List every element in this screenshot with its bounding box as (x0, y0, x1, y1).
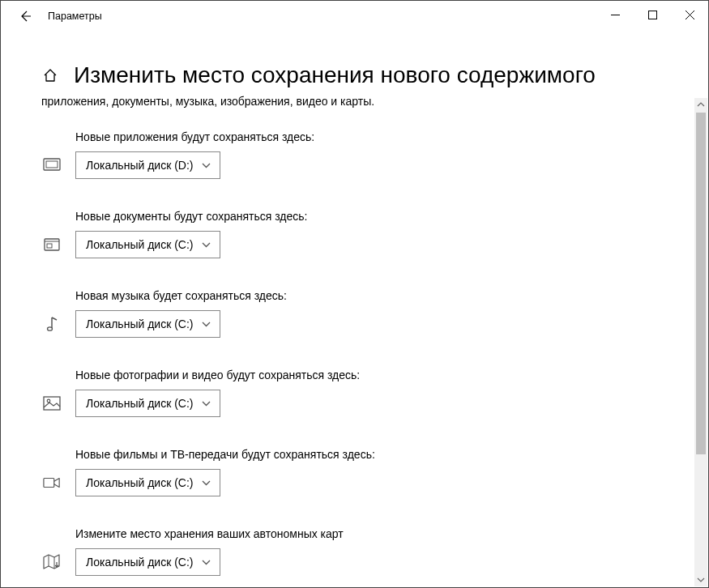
apps-location-dropdown[interactable]: Локальный диск (D:) (75, 151, 220, 179)
svg-rect-6 (44, 397, 60, 410)
setting-photos: Новые фотографии и видео будут сохранять… (43, 369, 708, 417)
home-button[interactable] (41, 66, 59, 84)
app-icon (43, 156, 61, 174)
close-button[interactable] (671, 1, 708, 28)
close-icon (686, 11, 694, 19)
back-button[interactable] (7, 1, 43, 32)
dropdown-value: Локальный диск (C:) (86, 238, 194, 251)
chevron-down-icon (202, 557, 211, 567)
map-icon (43, 553, 61, 571)
svg-rect-0 (648, 11, 656, 19)
setting-music: Новая музыка будет сохраняться здесь: Ло… (43, 289, 708, 338)
svg-point-5 (48, 327, 53, 330)
music-icon (43, 315, 61, 333)
scrollbar-down-icon[interactable] (694, 573, 707, 586)
page-header: Изменить место сохранения нового содержи… (1, 32, 708, 92)
dropdown-value: Локальный диск (C:) (86, 317, 194, 330)
setting-label: Новые приложения будут сохраняться здесь… (75, 130, 708, 143)
scrollbar-thumb[interactable] (696, 113, 706, 454)
svg-rect-4 (47, 244, 52, 248)
page-subtitle: приложения, документы, музыка, изображен… (1, 92, 708, 108)
maximize-icon (648, 11, 657, 19)
chevron-down-icon (202, 398, 211, 408)
maps-location-dropdown[interactable]: Локальный диск (C:) (75, 548, 220, 576)
document-icon (43, 236, 61, 254)
chevron-down-icon (202, 319, 211, 329)
dropdown-value: Локальный диск (C:) (86, 476, 194, 489)
setting-maps: Измените место хранения ваших автономных… (43, 527, 708, 576)
settings-list: Новые приложения будут сохраняться здесь… (1, 108, 708, 576)
chevron-down-icon (202, 160, 211, 170)
chevron-down-icon (202, 240, 211, 249)
photos-location-dropdown[interactable]: Локальный диск (C:) (75, 390, 220, 417)
svg-rect-2 (46, 161, 58, 168)
dropdown-value: Локальный диск (C:) (86, 556, 194, 569)
photo-icon (43, 394, 61, 412)
chevron-down-icon (202, 478, 211, 488)
setting-label: Новая музыка будет сохраняться здесь: (75, 289, 708, 302)
documents-location-dropdown[interactable]: Локальный диск (C:) (75, 231, 220, 258)
arrow-left-icon (19, 10, 32, 23)
movies-location-dropdown[interactable]: Локальный диск (C:) (75, 469, 220, 496)
scrollbar[interactable] (694, 98, 707, 586)
svg-rect-8 (44, 479, 54, 488)
minimize-icon (611, 11, 620, 19)
setting-movies: Новые фильмы и ТВ-передачи будут сохраня… (43, 448, 708, 496)
window-title: Параметры (48, 11, 102, 22)
titlebar: Параметры (1, 1, 708, 32)
setting-label: Новые документы будут сохраняться здесь: (75, 210, 708, 223)
home-icon (42, 67, 58, 83)
svg-point-7 (47, 399, 50, 403)
minimize-button[interactable] (596, 1, 634, 28)
setting-label: Новые фотографии и видео будут сохранять… (75, 369, 708, 381)
video-icon (43, 474, 61, 492)
scrollbar-up-icon[interactable] (694, 98, 707, 111)
setting-apps: Новые приложения будут сохраняться здесь… (43, 130, 708, 179)
page-title: Изменить место сохранения нового содержи… (74, 62, 596, 88)
music-location-dropdown[interactable]: Локальный диск (C:) (75, 310, 220, 338)
setting-documents: Новые документы будут сохраняться здесь:… (43, 210, 708, 258)
dropdown-value: Локальный диск (C:) (86, 397, 194, 410)
setting-label: Новые фильмы и ТВ-передачи будут сохраня… (75, 448, 708, 461)
window-controls (596, 1, 708, 28)
setting-label: Измените место хранения ваших автономных… (75, 527, 708, 540)
dropdown-value: Локальный диск (D:) (86, 159, 194, 172)
maximize-button[interactable] (634, 1, 671, 28)
